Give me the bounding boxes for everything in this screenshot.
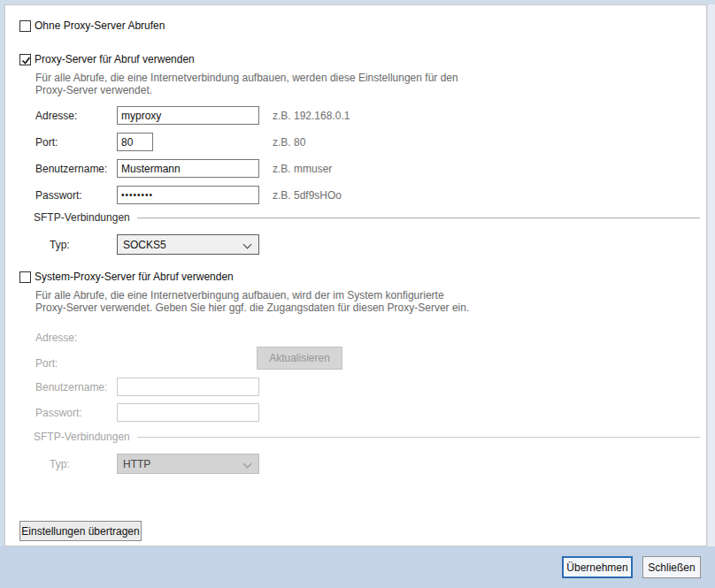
system-type-dropdown: HTTP xyxy=(117,454,259,474)
address-hint: z.B. 192.168.0.1 xyxy=(273,110,350,122)
port-input[interactable] xyxy=(117,133,153,151)
manual-proxy-checkbox-row: Proxy-Server für Abruf verwenden xyxy=(19,53,195,65)
system-sftp-group-label: SFTP-Verbindungen xyxy=(34,431,130,443)
system-password-label: Passwort: xyxy=(35,407,82,419)
system-username-label: Benutzername: xyxy=(35,381,107,393)
address-input[interactable] xyxy=(117,106,259,125)
no-proxy-checkbox-label: Ohne Proxy-Server Abrufen xyxy=(35,19,165,32)
chevron-down-icon xyxy=(243,460,252,469)
scrollbar-track[interactable] xyxy=(707,4,715,546)
password-label: Passwort: xyxy=(35,189,82,202)
username-label: Benutzername: xyxy=(35,163,107,175)
system-proxy-checkbox-label: System-Proxy-Server für Abruf verwenden xyxy=(35,271,234,283)
type-dropdown[interactable]: SOCKS5 xyxy=(117,234,259,255)
address-label: Adresse: xyxy=(35,110,77,122)
no-proxy-checkbox[interactable] xyxy=(19,20,31,32)
refresh-button: Aktualisieren xyxy=(257,347,342,370)
system-type-label: Typ: xyxy=(50,458,70,470)
system-proxy-checkbox-row: System-Proxy-Server für Abruf verwenden xyxy=(19,271,234,283)
port-hint: z.B. 80 xyxy=(273,136,305,149)
close-button[interactable]: Schließen xyxy=(642,556,701,578)
type-label: Typ: xyxy=(50,239,70,251)
port-label: Port: xyxy=(35,136,58,149)
system-type-dropdown-value: HTTP xyxy=(123,458,150,470)
group-divider-line xyxy=(137,437,700,438)
username-hint: z.B. mmuser xyxy=(273,163,332,175)
apply-button[interactable]: Übernehmen xyxy=(562,556,633,578)
system-password-input xyxy=(117,403,259,422)
system-username-input xyxy=(117,378,259,396)
password-input[interactable] xyxy=(117,186,259,204)
sftp-group-header: SFTP-Verbindungen xyxy=(34,211,700,224)
system-sftp-group-header: SFTP-Verbindungen xyxy=(34,431,700,443)
system-port-label: Port: xyxy=(35,357,58,370)
sftp-group-label: SFTP-Verbindungen xyxy=(34,211,130,224)
system-address-label: Adresse: xyxy=(35,332,77,344)
transfer-settings-button[interactable]: Einstellungen übertragen xyxy=(19,521,142,541)
manual-proxy-checkbox-label: Proxy-Server für Abruf verwenden xyxy=(35,53,195,65)
no-proxy-checkbox-row: Ohne Proxy-Server Abrufen xyxy=(19,19,165,32)
proxy-settings-dialog: Ohne Proxy-Server Abrufen Proxy-Server f… xyxy=(0,0,715,588)
system-proxy-description: Für alle Abrufe, die eine Internetverbin… xyxy=(35,289,469,314)
password-hint: z.B. 5df9sHOo xyxy=(273,189,342,202)
chevron-down-icon xyxy=(243,241,252,249)
manual-proxy-checkbox[interactable] xyxy=(19,54,31,65)
system-proxy-checkbox[interactable] xyxy=(19,271,31,283)
username-input[interactable] xyxy=(117,159,259,178)
group-divider-line xyxy=(137,218,700,218)
checkmark-icon xyxy=(20,55,32,66)
manual-proxy-description: Für alle Abrufe, die eine Internetverbin… xyxy=(35,72,458,96)
type-dropdown-value: SOCKS5 xyxy=(123,239,166,251)
